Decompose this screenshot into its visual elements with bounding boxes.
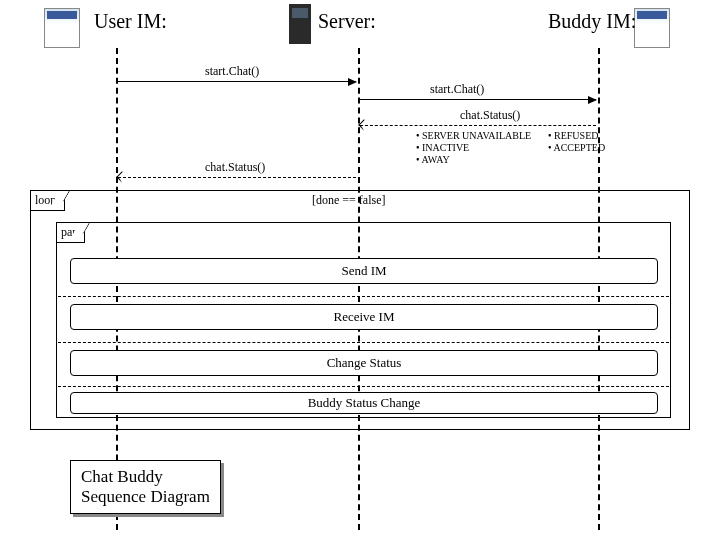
ref-send-im: Send IM [70, 258, 658, 284]
msg-chatstatus-1: chat.Status() [460, 108, 520, 123]
loop-guard: [done == false] [312, 193, 386, 208]
status-list-col1: • SERVER UNAVAILABLE • INACTIVE • AWAY [416, 130, 531, 166]
buddy-im-icon [634, 8, 670, 58]
status-item: REFUSED [554, 130, 598, 141]
status-item: INACTIVE [422, 142, 469, 153]
actor-buddy: Buddy IM: [548, 10, 636, 33]
status-item: ACCEPTED [553, 142, 605, 153]
status-item: AWAY [421, 154, 449, 165]
status-list-col2: • REFUSED • ACCEPTED [548, 130, 605, 154]
msg-startchat-2: start.Chat() [430, 82, 484, 97]
user-im-icon [44, 8, 80, 58]
ref-change-status: Change Status [70, 350, 658, 376]
ref-receive-im: Receive IM [70, 304, 658, 330]
par-divider [58, 296, 669, 297]
status-item: SERVER UNAVAILABLE [422, 130, 531, 141]
msg-chatstatus-2: chat.Status() [205, 160, 265, 175]
server-icon [282, 4, 318, 54]
diagram-title: Chat Buddy Sequence Diagram [70, 460, 221, 514]
ref-buddy-status: Buddy Status Change [70, 392, 658, 414]
msg-startchat-1: start.Chat() [205, 64, 259, 79]
actor-user: User IM: [94, 10, 167, 33]
par-divider [58, 386, 669, 387]
par-frame-label: par [56, 222, 85, 243]
par-divider [58, 342, 669, 343]
actor-server: Server: [318, 10, 376, 33]
loop-frame-label: loop [30, 190, 65, 211]
